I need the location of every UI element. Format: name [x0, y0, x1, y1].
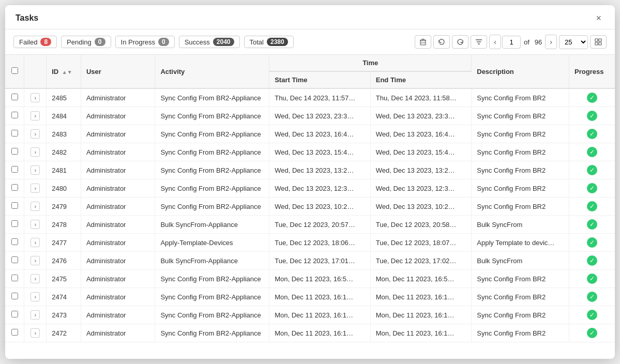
select-all-checkbox[interactable] [11, 67, 18, 74]
success-icon: ✓ [587, 328, 597, 338]
header-id[interactable]: ID ▲▼ [47, 55, 81, 88]
row-checkbox-cell [5, 198, 24, 216]
page-of-label: of [522, 38, 532, 46]
row-expand-cell: › [24, 88, 47, 107]
row-end-time: Wed, Dec 13 2023, 12:3… [370, 179, 472, 198]
row-checkbox-8[interactable] [11, 238, 18, 245]
row-checkbox-2[interactable] [11, 130, 18, 136]
row-id: 2478 [47, 216, 81, 234]
prev-page-button[interactable]: ‹ [489, 35, 501, 49]
row-expand-button[interactable]: › [31, 202, 40, 211]
row-progress: ✓ [569, 234, 615, 252]
row-checkbox-4[interactable] [11, 166, 18, 173]
row-expand-cell: › [24, 288, 47, 306]
row-expand-button[interactable]: › [31, 147, 40, 157]
row-end-time: Tue, Dec 12 2023, 17:02… [370, 252, 472, 270]
refresh-button-1[interactable] [433, 35, 450, 49]
row-expand-button[interactable]: › [31, 274, 40, 283]
row-expand-cell: › [24, 252, 47, 270]
pagination: ‹ of 96 › [489, 35, 557, 49]
row-expand-button[interactable]: › [31, 165, 40, 175]
row-expand-button[interactable]: › [31, 93, 40, 102]
row-id: 2475 [47, 270, 81, 288]
row-user: Administrator [81, 234, 155, 252]
row-expand-button[interactable]: › [31, 256, 40, 265]
row-expand-button[interactable]: › [31, 184, 40, 193]
success-icon: ✓ [587, 183, 597, 193]
header-activity[interactable]: Activity [155, 55, 269, 88]
row-activity: Sync Config From BR2-Appliance [155, 161, 269, 179]
row-id: 2476 [47, 252, 81, 270]
total-badge: Total 2380 [244, 36, 294, 48]
row-start-time: Mon, Dec 11 2023, 16:1… [269, 288, 371, 306]
row-expand-button[interactable]: › [31, 292, 40, 301]
table-row: › 2485 Administrator Sync Config From BR… [5, 88, 615, 107]
svg-rect-11 [599, 39, 601, 41]
success-icon: ✓ [587, 219, 597, 230]
row-expand-button[interactable]: › [31, 238, 40, 247]
row-end-time: Wed, Dec 13 2023, 15:4… [370, 143, 472, 161]
table-row: › 2483 Administrator Sync Config From BR… [5, 125, 615, 143]
header-expand-cell [24, 55, 47, 88]
row-start-time: Thu, Dec 14 2023, 11:57… [269, 88, 371, 107]
close-button[interactable]: × [593, 12, 604, 24]
page-number-input[interactable] [502, 36, 521, 49]
row-start-time: Wed, Dec 13 2023, 10:2… [269, 198, 371, 216]
row-checkbox-13[interactable] [11, 329, 18, 336]
row-progress: ✓ [569, 125, 615, 143]
row-description: Sync Config From BR2 [472, 324, 569, 342]
page-size-select[interactable]: 25 50 100 [559, 35, 588, 49]
row-user: Administrator [81, 198, 155, 216]
pending-count: 0 [95, 38, 105, 46]
row-description: Sync Config From BR2 [472, 125, 569, 143]
delete-button[interactable] [415, 35, 431, 49]
row-description: Sync Config From BR2 [472, 306, 569, 324]
success-label: Success [185, 38, 210, 46]
table-row: › 2480 Administrator Sync Config From BR… [5, 179, 615, 198]
row-expand-button[interactable]: › [31, 129, 40, 139]
row-checkbox-3[interactable] [11, 148, 18, 155]
success-icon: ✓ [587, 201, 597, 211]
row-expand-button[interactable]: › [31, 310, 40, 320]
row-checkbox-6[interactable] [11, 202, 18, 209]
filter-button[interactable] [471, 35, 487, 49]
table-row: › 2479 Administrator Sync Config From BR… [5, 198, 615, 216]
row-expand-cell: › [24, 234, 47, 252]
row-checkbox-1[interactable] [11, 112, 18, 118]
row-id: 2485 [47, 88, 81, 107]
row-activity: Bulk SyncFrom-Appliance [155, 252, 269, 270]
row-checkbox-5[interactable] [11, 184, 18, 191]
row-checkbox-7[interactable] [11, 220, 18, 227]
row-checkbox-0[interactable] [11, 94, 18, 100]
row-checkbox-12[interactable] [11, 311, 18, 317]
row-expand-button[interactable]: › [31, 111, 40, 120]
next-page-button[interactable]: › [545, 35, 557, 49]
row-expand-button[interactable]: › [31, 220, 40, 229]
row-end-time: Wed, Dec 13 2023, 10:2… [370, 198, 472, 216]
tasks-table: ID ▲▼ User Activity Time Description Pro… [5, 55, 615, 342]
row-expand-cell: › [24, 161, 47, 179]
row-checkbox-cell [5, 143, 24, 161]
row-id: 2480 [47, 179, 81, 198]
row-progress: ✓ [569, 198, 615, 216]
row-progress: ✓ [569, 306, 615, 324]
row-checkbox-11[interactable] [11, 293, 18, 299]
row-checkbox-10[interactable] [11, 275, 18, 281]
row-checkbox-9[interactable] [11, 256, 18, 263]
header-user[interactable]: User [81, 55, 155, 88]
header-time-group: Time [269, 55, 472, 71]
success-icon: ✓ [587, 310, 597, 320]
row-description: Sync Config From BR2 [472, 107, 569, 125]
row-id: 2484 [47, 107, 81, 125]
row-expand-cell: › [24, 143, 47, 161]
inprogress-label: In Progress [121, 38, 155, 46]
table-row: › 2475 Administrator Sync Config From BR… [5, 270, 615, 288]
refresh-button-2[interactable] [452, 35, 468, 49]
success-badge: Success 2040 [179, 36, 240, 48]
row-expand-button[interactable]: › [31, 328, 40, 338]
row-description: Apply Template to devic… [472, 234, 569, 252]
row-checkbox-cell [5, 125, 24, 143]
header-progress: Progress [569, 55, 615, 88]
header-checkbox-cell [5, 55, 24, 88]
grid-view-button[interactable] [590, 35, 607, 49]
